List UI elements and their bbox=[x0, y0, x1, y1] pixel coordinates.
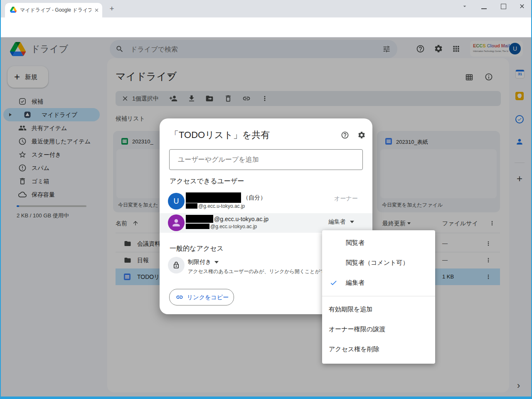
dialog-title: 「TODOリスト」を共有 bbox=[170, 129, 270, 141]
owner-email: @g.ecc.u-tokyo.ac.jp bbox=[198, 203, 245, 209]
add-people-field[interactable] bbox=[169, 149, 363, 170]
redacted-editor-email-prefix bbox=[186, 224, 209, 229]
editor-email: @g.ecc.u-tokyo.ac.jp bbox=[210, 224, 257, 229]
menu-item-viewer[interactable]: 閲覧者 bbox=[322, 233, 435, 253]
menu-item-commenter[interactable]: 閲覧者（コメント可） bbox=[322, 253, 435, 273]
role-caret-icon[interactable] bbox=[350, 221, 354, 223]
redacted-owner-name bbox=[186, 192, 241, 203]
menu-item-label: アクセス権を削除 bbox=[329, 339, 379, 359]
menu-item-transfer-ownership[interactable]: オーナー権限の譲渡 bbox=[322, 319, 435, 339]
tab-close-icon[interactable] bbox=[94, 7, 99, 13]
window-close-button[interactable] bbox=[519, 3, 525, 10]
window-border-left bbox=[0, 0, 1, 399]
menu-item-label: オーナー権限の譲渡 bbox=[329, 319, 385, 339]
tab-search-chevron-icon[interactable] bbox=[461, 3, 468, 10]
drive-favicon bbox=[10, 7, 17, 13]
owner-self-label: （自分） bbox=[243, 194, 266, 202]
editor-avatar bbox=[168, 214, 185, 231]
access-heading: アクセスできるユーザー bbox=[170, 177, 244, 186]
window-maximize-button[interactable] bbox=[501, 4, 506, 9]
owner-avatar: U bbox=[168, 193, 185, 209]
browser-toolbar: drive.google.com/drive/my-drive U bbox=[0, 17, 532, 37]
menu-divider bbox=[322, 296, 435, 296]
owner-row: U （自分） @g.ecc.u-tokyo.ac.jp オーナー bbox=[160, 190, 372, 212]
general-access-dropdown[interactable]: 制限付き bbox=[188, 259, 211, 266]
menu-item-add-expiration[interactable]: 有効期限を追加 bbox=[322, 299, 435, 319]
role-menu: 閲覧者 閲覧者（コメント可） 編集者 有効期限を追加 オーナー権限の譲渡 アクセ… bbox=[322, 230, 435, 364]
link-icon bbox=[176, 293, 183, 301]
restricted-lock-badge bbox=[168, 257, 185, 273]
application-window: マイドライブ - Google ドライブ + drive.google.com/… bbox=[0, 0, 532, 399]
window-border-bottom bbox=[0, 397, 532, 399]
copy-link-button[interactable]: リンクをコピー bbox=[169, 289, 234, 305]
editor-role-dropdown[interactable]: 編集者 bbox=[328, 218, 346, 226]
editor-row[interactable]: @g.ecc.u-tokyo.ac.jp @g.ecc.u-tokyo.ac.j… bbox=[160, 213, 372, 233]
dialog-settings-gear-icon[interactable] bbox=[357, 131, 366, 139]
general-access-caret-icon[interactable] bbox=[214, 261, 219, 264]
browser-tab[interactable]: マイドライブ - Google ドライブ bbox=[5, 3, 102, 17]
person-icon bbox=[171, 217, 182, 228]
add-people-input[interactable] bbox=[177, 153, 353, 166]
general-access-description: アクセス権のあるユーザーのみが、リンクから開くことができます bbox=[188, 268, 340, 275]
lock-icon bbox=[172, 261, 180, 269]
redacted-owner-email-prefix bbox=[186, 203, 197, 209]
owner-role-label: オーナー bbox=[334, 195, 358, 202]
new-tab-button[interactable]: + bbox=[107, 4, 116, 13]
menu-item-label: 編集者 bbox=[346, 273, 365, 293]
tab-title: マイドライブ - Google ドライブ bbox=[20, 3, 91, 17]
check-icon bbox=[330, 279, 337, 287]
redacted-editor-name bbox=[186, 215, 213, 223]
dialog-help-icon[interactable] bbox=[341, 131, 349, 139]
menu-item-label: 閲覧者（コメント可） bbox=[346, 253, 409, 273]
editor-name-suffix: @g.ecc.u-tokyo.ac.jp bbox=[214, 216, 268, 222]
browser-tab-strip: マイドライブ - Google ドライブ + bbox=[0, 0, 532, 17]
general-access-heading: 一般的なアクセス bbox=[170, 244, 224, 253]
menu-item-remove-access[interactable]: アクセス権を削除 bbox=[322, 339, 435, 359]
window-minimize-button[interactable] bbox=[481, 8, 487, 9]
copy-link-label: リンクをコピー bbox=[187, 289, 229, 305]
menu-item-label: 有効期限を追加 bbox=[329, 299, 372, 319]
menu-item-label: 閲覧者 bbox=[346, 233, 365, 253]
menu-item-editor[interactable]: 編集者 bbox=[322, 273, 435, 293]
